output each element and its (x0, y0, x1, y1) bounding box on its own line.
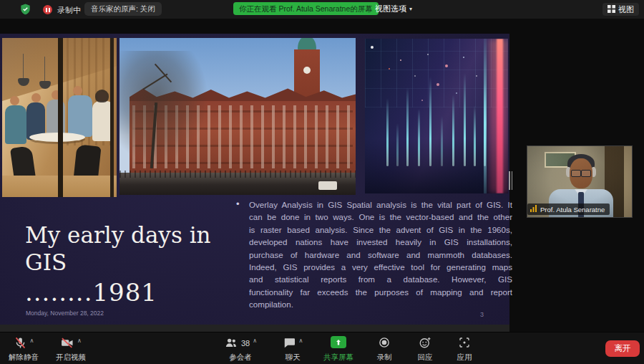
shared-screen-slide: My early days in GIS ........1981 Monday… (0, 34, 509, 325)
chevron-up-icon[interactable]: ∧ (253, 337, 257, 344)
view-options-label: 视图选项 (375, 4, 406, 14)
watching-screen-banner: 你正在观看 Prof. Atula Senaratne的屏幕 (233, 2, 379, 15)
participant-name-tag: Prof. Atula Senaratne (527, 203, 610, 215)
share-screen-label: 共享屏幕 (315, 353, 362, 363)
participants-count: 38 (241, 339, 250, 348)
body-line: purchase of hardware and software and ma… (249, 249, 512, 261)
bullet-icon: • (236, 198, 240, 209)
apps-button[interactable]: 应用 (445, 336, 484, 363)
resize-drag-handle[interactable] (509, 171, 512, 190)
slide-title-line1: My early days in (25, 221, 211, 249)
photo-digital-data (365, 39, 508, 193)
reactions-button[interactable]: 回应 (406, 336, 444, 363)
chevron-up-icon[interactable]: ∧ (77, 337, 82, 344)
body-line: is raster based analysis. Since the adve… (249, 224, 512, 236)
participant-name: Prof. Atula Senaratne (540, 206, 605, 214)
body-line: compilation. (249, 298, 512, 310)
body-line: functionality far exceeds the purposes o… (249, 286, 512, 298)
audio-signal-icon (530, 205, 537, 214)
body-line: Indeed, GIS provides a very effective to… (249, 261, 512, 273)
body-line: can be done in two ways. One is the vect… (249, 211, 512, 223)
leave-button[interactable]: 离开 (605, 340, 640, 357)
share-screen-button[interactable]: 共享屏幕 (315, 336, 362, 363)
apps-label: 应用 (445, 353, 484, 363)
view-button-label: 视图 (618, 4, 634, 15)
recording-pause-icon[interactable] (43, 5, 52, 14)
body-line: Overlay Analysis in GIS Spatial analysis… (249, 198, 512, 211)
photo-meeting-room (2, 38, 117, 197)
chevron-up-icon[interactable]: ∧ (299, 337, 303, 344)
slide-date: Monday, November 28, 2022 (26, 310, 104, 317)
security-shield-icon[interactable] (20, 4, 31, 15)
reactions-label: 回应 (406, 353, 444, 363)
zoom-meeting-window: 录制中 音乐家的原声: 关闭 你正在观看 Prof. Atula Senarat… (0, 0, 644, 364)
record-label: 录制 (365, 353, 404, 363)
original-sound-button[interactable]: 音乐家的原声: 关闭 (84, 2, 162, 16)
reaction-smiley-icon (419, 336, 431, 352)
view-options-dropdown[interactable]: 视图选项 ▾ (375, 2, 412, 15)
photo-university-building (119, 38, 356, 195)
top-bar: 录制中 音乐家的原声: 关闭 你正在观看 Prof. Atula Senarat… (0, 0, 644, 19)
main-stage: My early days in GIS ........1981 Monday… (0, 19, 644, 332)
chevron-up-icon[interactable]: ∧ (30, 337, 34, 344)
chat-button[interactable]: ∧ 聊天 (273, 336, 312, 363)
unmute-label: 解除静音 (1, 353, 46, 363)
recording-status-label: 录制中 (57, 5, 81, 16)
body-line: developed nations have invested heavily … (249, 236, 512, 248)
slide-title: My early days in GIS ........1981 (25, 221, 211, 306)
body-line: and statistical reports from a database.… (249, 273, 512, 285)
chat-label: 聊天 (273, 353, 312, 363)
participant-video-tile[interactable]: Prof. Atula Senaratne (527, 145, 633, 218)
slide-page-number: 3 (480, 311, 484, 318)
gallery-grid-icon (608, 5, 615, 14)
bottom-toolbar: ∧ 解除静音 ∧ 开启视频 38 ∧ 参会者 (0, 332, 644, 364)
start-video-button[interactable]: ∧ 开启视频 (47, 336, 94, 363)
slide-body: • Overlay Analysis in GIS Spatial analys… (236, 198, 512, 311)
view-button[interactable]: 视图 (602, 3, 639, 16)
participants-label: 参会者 (215, 353, 266, 363)
share-screen-icon (331, 336, 346, 348)
chevron-down-icon: ▾ (409, 6, 412, 12)
participants-icon (224, 336, 238, 353)
record-button[interactable]: 录制 (365, 336, 404, 363)
slide-title-line2: GIS (25, 249, 211, 276)
slide-letterbox (0, 325, 509, 332)
slide-title-line3: ........1981 (25, 279, 211, 306)
unmute-button[interactable]: ∧ 解除静音 (1, 336, 46, 363)
camera-muted-icon (60, 336, 74, 353)
chat-icon (283, 336, 296, 353)
apps-icon (458, 336, 471, 352)
participants-button[interactable]: 38 ∧ 参会者 (215, 336, 266, 363)
start-video-label: 开启视频 (47, 353, 94, 363)
microphone-muted-icon (14, 336, 27, 353)
record-icon (378, 336, 391, 352)
